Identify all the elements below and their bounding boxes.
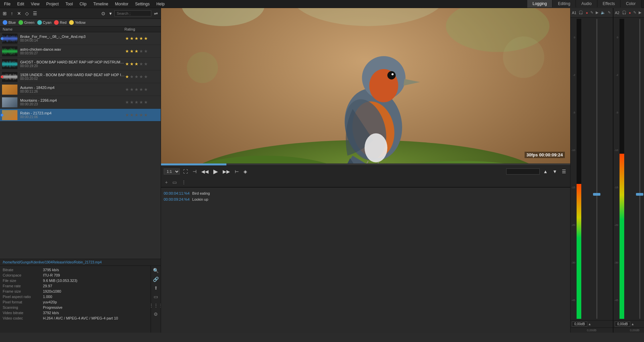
- a1-headphone-button[interactable]: 🎧: [578, 10, 584, 15]
- menu-tool[interactable]: Tool: [64, 1, 74, 7]
- a2-mute-button[interactable]: ●: [628, 10, 632, 15]
- options-button[interactable]: ☰: [560, 168, 568, 175]
- star-0-3[interactable]: ★: [139, 36, 143, 41]
- properties-button[interactable]: ◇: [24, 10, 30, 17]
- tag-cyan[interactable]: Cyan: [37, 20, 52, 25]
- menu-edit[interactable]: Edit: [16, 1, 25, 7]
- file-rating-1[interactable]: ★★★★★: [125, 49, 159, 54]
- star-5-0[interactable]: ★: [125, 100, 129, 105]
- file-rating-2[interactable]: ★★★★★: [125, 61, 159, 66]
- timecode-input[interactable]: 00:00:09:24: [506, 168, 540, 175]
- a1-expand-button[interactable]: ▶: [595, 10, 599, 15]
- star-4-2[interactable]: ★: [135, 87, 139, 92]
- info-search-button[interactable]: 🔍: [152, 267, 159, 274]
- menu-settings[interactable]: Settings: [134, 1, 151, 7]
- info-upload-button[interactable]: ⬆: [153, 285, 159, 291]
- info-clip-button[interactable]: ▭: [153, 293, 159, 300]
- star-5-3[interactable]: ★: [139, 100, 143, 105]
- star-6-0[interactable]: ★: [125, 112, 129, 117]
- star-4-0[interactable]: ★: [125, 87, 129, 92]
- menu-view[interactable]: View: [30, 1, 41, 7]
- menu-timeline[interactable]: Timeline: [92, 1, 110, 7]
- star-0-0[interactable]: ★: [125, 36, 129, 41]
- menu-help[interactable]: Help: [155, 1, 166, 7]
- file-item-5[interactable]: Mountains - 2266.mp400:00:20:23★★★★★: [0, 96, 161, 109]
- info-link-button[interactable]: 🔗: [152, 276, 159, 283]
- file-rating-5[interactable]: ★★★★★: [125, 100, 159, 105]
- filter-dropdown[interactable]: ▾: [108, 10, 113, 17]
- file-rating-6[interactable]: ★★★★★: [125, 112, 159, 117]
- file-item-3[interactable]: 1928 UNDER - BOOM BAP 808 HARD RAP BEAT …: [0, 70, 161, 83]
- add-marker-toolbar[interactable]: +: [164, 179, 169, 186]
- menu-clip[interactable]: Clip: [78, 1, 88, 7]
- marker-item-1[interactable]: 00:00:09:24:%4Lookin up: [164, 196, 568, 202]
- star-4-1[interactable]: ★: [130, 87, 134, 92]
- zoom-select[interactable]: 1:1 1:2 2:1: [164, 168, 180, 175]
- file-item-1[interactable]: astro-chicken-dance.wav00:03:55:27★★★★★: [0, 45, 161, 58]
- video-progress-bar[interactable]: [161, 163, 570, 165]
- search-input[interactable]: [114, 10, 151, 16]
- tag-yellow[interactable]: Yellow: [69, 20, 85, 25]
- add-clip-button[interactable]: ↑: [9, 10, 14, 17]
- tag-red[interactable]: Red: [54, 20, 66, 25]
- a2-expand-button[interactable]: ▶: [638, 10, 642, 15]
- tab-audio[interactable]: Audio: [576, 0, 597, 7]
- a1-lock-button[interactable]: ✎: [590, 10, 594, 15]
- star-2-1[interactable]: ★: [130, 61, 134, 66]
- tab-editing[interactable]: Editing: [552, 0, 576, 7]
- file-item-0[interactable]: Broke_For_Free_-_08_-_One_And.mp300:04:0…: [0, 32, 161, 45]
- star-1-2[interactable]: ★: [135, 49, 139, 54]
- a1-speaker-button[interactable]: 🔈: [600, 10, 606, 15]
- star-0-4[interactable]: ★: [144, 36, 148, 41]
- info-more-button[interactable]: ⋮⋮⋮: [148, 302, 161, 309]
- tab-logging[interactable]: Logging: [527, 0, 553, 7]
- a2-db-up[interactable]: ▲: [631, 322, 634, 326]
- a1-record-button[interactable]: ✎: [607, 10, 611, 15]
- star-4-3[interactable]: ★: [139, 87, 143, 92]
- a1-mute-button[interactable]: ●: [585, 10, 589, 15]
- marker-more-button[interactable]: ⋮: [180, 179, 187, 186]
- star-1-0[interactable]: ★: [125, 49, 129, 54]
- marker-item-0[interactable]: 00:00:04:11:%4Bird eating: [164, 190, 568, 196]
- star-1-3[interactable]: ★: [139, 49, 143, 54]
- star-5-1[interactable]: ★: [130, 100, 134, 105]
- a2-fader-knob[interactable]: [636, 193, 643, 196]
- menu-file[interactable]: File: [3, 1, 12, 7]
- new-folder-button[interactable]: ⊞: [1, 10, 8, 17]
- tag-green[interactable]: Green: [18, 20, 35, 25]
- out-point-button[interactable]: ⊢: [233, 168, 240, 175]
- file-rating-4[interactable]: ★★★★★: [125, 87, 159, 92]
- tab-effects[interactable]: Effects: [597, 0, 621, 7]
- a2-lock-button[interactable]: ✎: [633, 10, 637, 15]
- a1-fader[interactable]: [582, 19, 611, 319]
- delete-button[interactable]: ✕: [16, 10, 22, 17]
- star-6-1[interactable]: ★: [130, 112, 134, 117]
- tag-blue[interactable]: Blue: [3, 20, 16, 25]
- file-item-6[interactable]: Robin - 21723.mp400:00:21:06★★★★★: [0, 109, 161, 121]
- info-settings-button[interactable]: ⚙: [153, 311, 159, 317]
- file-rating-3[interactable]: ★★★★★: [125, 74, 159, 79]
- menu-button[interactable]: ☰: [32, 10, 39, 17]
- star-5-4[interactable]: ★: [144, 100, 148, 105]
- view-settings-button[interactable]: ⇌: [153, 10, 159, 17]
- star-6-3[interactable]: ★: [139, 112, 143, 117]
- timecode-down[interactable]: ▼: [551, 168, 558, 175]
- file-item-4[interactable]: Autumn - 18420.mp400:00:11:26★★★★★: [0, 83, 161, 96]
- star-3-4[interactable]: ★: [144, 74, 148, 79]
- file-rating-0[interactable]: ★★★★★: [125, 36, 159, 41]
- a2-db-input[interactable]: [615, 322, 630, 327]
- star-3-2[interactable]: ★: [135, 74, 139, 79]
- a2-headphone-button[interactable]: 🎧: [621, 10, 627, 15]
- star-4-4[interactable]: ★: [144, 87, 148, 92]
- star-2-0[interactable]: ★: [125, 61, 129, 66]
- step-forward-button[interactable]: ▶▶: [221, 168, 231, 175]
- star-1-4[interactable]: ★: [144, 49, 148, 54]
- star-3-1[interactable]: ★: [130, 74, 134, 79]
- add-marker-button[interactable]: ◈: [242, 168, 249, 175]
- a1-db-up[interactable]: ▲: [588, 322, 591, 326]
- star-5-2[interactable]: ★: [135, 100, 139, 105]
- menu-project[interactable]: Project: [45, 1, 60, 7]
- star-6-2[interactable]: ★: [135, 112, 139, 117]
- file-item-2[interactable]: GHOST - BOOM BAP HARD BEAT RAP HIP HOP I…: [0, 58, 161, 70]
- star-3-0[interactable]: ★: [125, 74, 129, 79]
